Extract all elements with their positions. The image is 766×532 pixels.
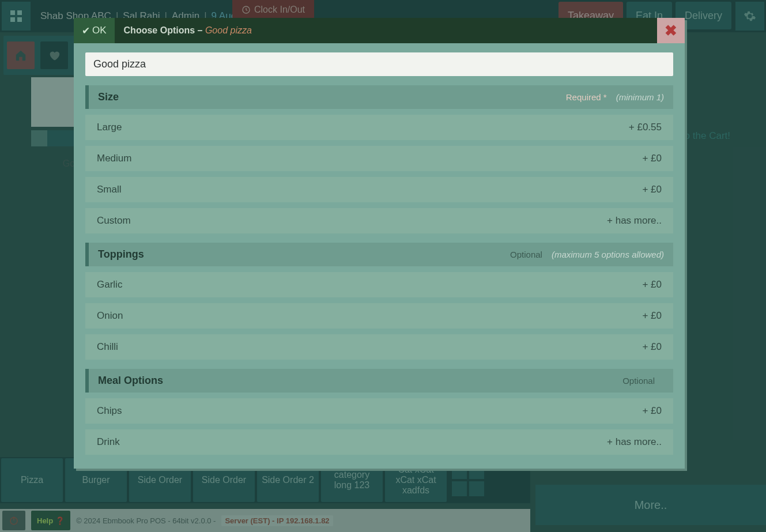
section-requirement: Required * [566,92,607,102]
modal-title: Choose Options – Good pizza [124,25,252,36]
option-row[interactable]: Medium + £0 [85,146,673,171]
option-section-size: Size Required * (minimum 1) Large + £0.5… [85,85,673,233]
check-icon: ✔ [82,25,90,37]
option-price: + has more.. [607,436,662,448]
section-title: Meal Options [98,375,163,387]
option-label: Chips [97,405,122,417]
option-price: + £0 [642,341,662,353]
option-price: + £0 [642,184,662,195]
option-row[interactable]: Small + £0 [85,177,673,202]
option-price: + £0 [642,279,662,290]
option-label: Chilli [97,341,118,353]
option-price: + £0 [642,310,662,322]
section-requirement: Optional [622,376,655,386]
option-section-toppings: Toppings Optional (maximum 5 options all… [85,243,673,360]
section-title: Size [98,91,119,103]
option-label: Custom [97,215,131,227]
option-price: + £0 [642,153,662,164]
section-requirement: Optional [510,250,542,259]
ok-button[interactable]: ✔ OK [74,18,115,43]
option-price: + £0 [642,405,662,417]
option-row[interactable]: Onion + £0 [85,303,673,329]
item-name-bar: Good pizza [85,52,673,76]
section-constraint: (maximum 5 options allowed) [552,250,664,259]
option-price: + has more.. [607,215,662,227]
option-label: Large [97,122,122,133]
option-label: Small [97,184,122,195]
option-label: Garlic [97,279,122,290]
close-button[interactable]: ✖ [657,18,685,43]
option-row[interactable]: Drink + has more.. [85,429,673,455]
options-modal: ✔ OK Choose Options – Good pizza ✖ Good … [74,18,685,469]
option-row[interactable]: Garlic + £0 [85,272,673,297]
option-row[interactable]: Chilli + £0 [85,334,673,360]
section-constraint: (minimum 1) [616,92,664,102]
option-section-meal: Meal Options Optional Chips + £0 Drink +… [85,369,673,455]
option-price: + £0.55 [629,122,662,133]
modal-header: ✔ OK Choose Options – Good pizza ✖ [74,18,685,43]
option-label: Drink [97,436,120,448]
option-label: Onion [97,310,123,322]
option-row[interactable]: Large + £0.55 [85,115,673,140]
option-label: Medium [97,153,131,164]
option-row[interactable]: Custom + has more.. [85,208,673,233]
close-icon: ✖ [665,22,677,40]
section-title: Toppings [98,248,144,261]
option-row[interactable]: Chips + £0 [85,398,673,424]
